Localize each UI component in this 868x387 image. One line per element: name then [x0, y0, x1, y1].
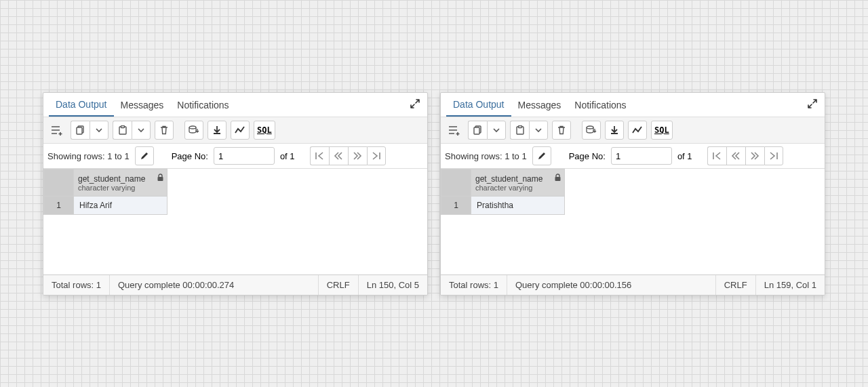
- status-bar: Total rows: 1 Query complete 00:00:00.15…: [441, 274, 825, 295]
- lock-icon: [157, 174, 164, 182]
- svg-rect-1: [77, 127, 82, 134]
- query-status: Query complete 00:00:00.274: [110, 275, 319, 295]
- add-row-icon[interactable]: [47, 121, 66, 140]
- page-no-input[interactable]: [214, 147, 275, 165]
- tab-notifications[interactable]: Notifications: [170, 94, 235, 116]
- paste-button[interactable]: [510, 121, 529, 140]
- edit-button[interactable]: [135, 146, 154, 165]
- download-button[interactable]: [208, 121, 226, 140]
- prev-page-button[interactable]: [329, 146, 348, 165]
- svg-rect-11: [555, 177, 561, 181]
- data-grid[interactable]: get_student_name character varying 1 Hif…: [43, 169, 427, 274]
- rows-label: Showing rows: 1 to 1: [445, 151, 527, 161]
- tab-data-output[interactable]: Data Output: [49, 94, 114, 117]
- total-rows: Total rows: 1: [43, 275, 110, 295]
- last-page-button[interactable]: [367, 146, 386, 165]
- copy-button[interactable]: [468, 121, 487, 140]
- row-number[interactable]: 1: [44, 197, 74, 215]
- column-name: get_student_name: [475, 174, 542, 184]
- corner-cell[interactable]: [44, 169, 74, 197]
- lock-icon: [554, 174, 561, 182]
- tab-messages[interactable]: Messages: [114, 94, 171, 116]
- line-ending: CRLF: [319, 275, 359, 295]
- corner-cell[interactable]: [441, 169, 471, 197]
- query-status: Query complete 00:00:00.156: [507, 275, 716, 295]
- next-page-button[interactable]: [348, 146, 367, 165]
- prev-page-button[interactable]: [726, 146, 745, 165]
- save-data-button[interactable]: [184, 121, 203, 140]
- paste-dropdown[interactable]: [132, 121, 151, 140]
- svg-rect-7: [474, 127, 479, 134]
- paste-dropdown[interactable]: [529, 121, 548, 140]
- column-name: get_student_name: [78, 174, 145, 184]
- total-rows: Total rows: 1: [441, 275, 507, 295]
- cursor-position: Ln 150, Col 5: [359, 275, 427, 295]
- line-ending: CRLF: [716, 275, 756, 295]
- toolbar: SQL: [43, 117, 427, 144]
- column-type: character varying: [78, 184, 151, 192]
- page-no-label: Page No:: [569, 151, 606, 161]
- first-page-button[interactable]: [310, 146, 329, 165]
- delete-button[interactable]: [155, 121, 174, 140]
- chart-button[interactable]: [628, 121, 647, 140]
- pager: Showing rows: 1 to 1 Page No: of 1: [441, 144, 825, 169]
- page-no-input[interactable]: [611, 147, 672, 165]
- expand-icon[interactable]: [807, 98, 818, 109]
- tabs: Data Output Messages Notifications: [441, 93, 825, 117]
- sql-button[interactable]: SQL: [254, 121, 275, 140]
- svg-rect-3: [121, 126, 124, 128]
- data-grid[interactable]: get_student_name character varying 1 Pra…: [441, 169, 825, 274]
- copy-dropdown[interactable]: [487, 121, 506, 140]
- cell-value[interactable]: Pratishtha: [471, 197, 565, 215]
- column-type: character varying: [475, 184, 548, 192]
- rows-label: Showing rows: 1 to 1: [47, 151, 130, 161]
- result-panel: Data Output Messages Notifications SQL S…: [43, 92, 428, 296]
- cursor-position: Ln 159, Col 1: [756, 275, 825, 295]
- row-number[interactable]: 1: [441, 197, 471, 215]
- tab-messages[interactable]: Messages: [511, 94, 568, 116]
- add-row-icon[interactable]: [445, 121, 464, 140]
- chart-button[interactable]: [231, 121, 250, 140]
- cell-value[interactable]: Hifza Arif: [74, 197, 167, 215]
- column-header[interactable]: get_student_name character varying: [471, 169, 565, 197]
- table-row[interactable]: 1 Hifza Arif: [44, 197, 167, 215]
- tab-data-output[interactable]: Data Output: [446, 94, 511, 117]
- column-header[interactable]: get_student_name character varying: [74, 169, 167, 197]
- tab-notifications[interactable]: Notifications: [568, 94, 633, 116]
- last-page-button[interactable]: [764, 146, 783, 165]
- page-no-label: Page No:: [172, 151, 208, 161]
- download-button[interactable]: [605, 121, 624, 140]
- tabs: Data Output Messages Notifications: [43, 93, 427, 117]
- first-page-button[interactable]: [707, 146, 726, 165]
- delete-button[interactable]: [552, 121, 571, 140]
- paste-button[interactable]: [113, 121, 132, 140]
- table-row[interactable]: 1 Pratishtha: [441, 197, 565, 215]
- save-data-button[interactable]: [582, 121, 601, 140]
- page-of-label: of 1: [677, 151, 692, 161]
- svg-point-4: [189, 126, 196, 129]
- svg-rect-5: [158, 177, 163, 181]
- copy-dropdown[interactable]: [90, 121, 108, 140]
- expand-icon[interactable]: [410, 98, 420, 109]
- sql-button[interactable]: SQL: [651, 121, 673, 140]
- edit-button[interactable]: [532, 146, 551, 165]
- result-panel: Data Output Messages Notifications SQL S…: [440, 92, 825, 296]
- next-page-button[interactable]: [745, 146, 764, 165]
- status-bar: Total rows: 1 Query complete 00:00:00.27…: [43, 274, 427, 295]
- toolbar: SQL: [441, 117, 825, 144]
- svg-point-10: [587, 126, 593, 129]
- svg-rect-9: [518, 126, 521, 128]
- pager: Showing rows: 1 to 1 Page No: of 1: [43, 144, 427, 169]
- page-of-label: of 1: [280, 151, 295, 161]
- copy-button[interactable]: [71, 121, 90, 140]
